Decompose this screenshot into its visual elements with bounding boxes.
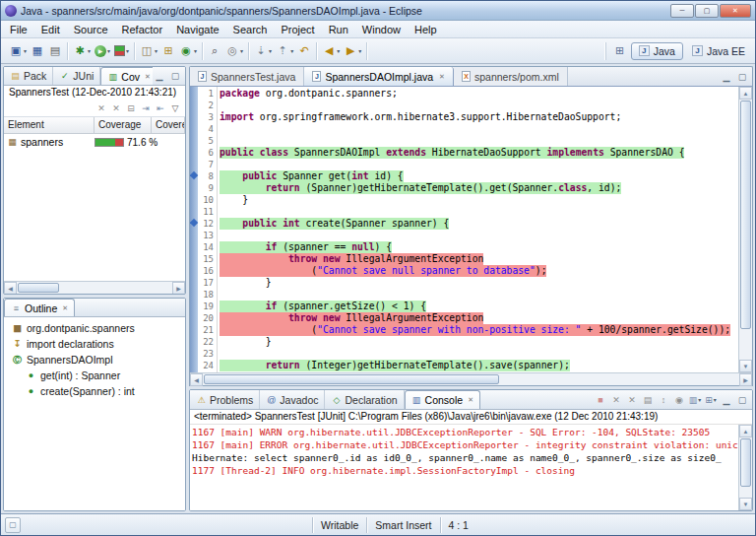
code-line[interactable] [220,289,738,301]
console-output[interactable]: 1167 [main] WARN org.hibernate.util.JDBC… [190,425,738,510]
save-icon[interactable]: ▦ [29,42,46,60]
view-menu-icon[interactable]: ▽ [168,101,182,115]
new-java-project-icon[interactable]: ◫▾ [138,42,159,60]
view-tab-problems[interactable]: ⚠Problems [190,390,260,409]
code-line[interactable]: } [220,194,738,206]
maximize-icon[interactable]: ▢ [735,70,749,84]
scroll-track[interactable] [17,282,172,294]
view-tab-outline[interactable]: ≡ Outline ✕ [4,299,75,316]
code-area[interactable]: package org.dontpanic.spanners; import o… [218,87,738,372]
remove-all-sessions-icon[interactable]: ✕ [109,101,123,115]
debug-icon[interactable]: ✱▾ [71,42,93,60]
scroll-down-icon[interactable]: ▼ [739,498,752,510]
column-header-coverage[interactable]: Coverage [94,117,152,133]
minimize-button[interactable]: ─ [670,4,694,18]
code-line[interactable]: ("Cannot save spanner with non-positive … [220,324,738,336]
code-line[interactable]: ("Cannot save null spanner to database")… [220,265,738,277]
fast-view-icon[interactable]: ▢ [5,517,21,533]
previous-annotation-icon[interactable]: ⇡▾ [274,42,295,60]
code-line[interactable]: import org.springframework.orm.hibernate… [220,111,738,123]
search-icon[interactable]: ⌕ [206,42,223,60]
code-editor[interactable]: 1234567891011121314151617181920212223242… [189,87,753,386]
scroll-up-icon[interactable]: ▲ [739,87,752,100]
view-tab-juni[interactable]: ✓JUni [53,67,100,85]
close-icon[interactable]: ✕ [62,304,68,312]
coverage-hscrollbar[interactable]: ◀ ▶ [4,281,185,294]
run-icon[interactable]: ▶▾ [93,43,112,59]
close-icon[interactable]: ✕ [145,73,151,81]
editor-hscrollbar[interactable]: ◀ ▶ [190,372,752,385]
merge-sessions-icon[interactable]: ⊟ [124,101,138,115]
scroll-lock-icon[interactable]: ↕ [657,393,670,407]
scroll-thumb[interactable] [740,100,751,329]
code-line[interactable] [220,123,738,135]
console-vscrollbar[interactable]: ▲ ▼ [738,425,752,510]
code-line[interactable] [220,206,738,218]
scroll-track[interactable] [203,373,739,385]
scroll-down-icon[interactable]: ▼ [739,360,752,372]
minimize-icon[interactable]: ▁ [720,70,733,84]
code-line[interactable]: if (spanner == null) { [220,241,738,253]
new-class-icon[interactable]: ◉▾ [177,42,199,60]
display-selected-console-icon[interactable]: ▥▾ [688,393,702,407]
coverage-launch-icon[interactable]: ▾ [112,43,131,58]
scroll-left-icon[interactable]: ◀ [4,282,17,295]
pin-console-icon[interactable]: ◉ [672,393,686,407]
minimize-icon[interactable]: ▁ [153,69,166,83]
scroll-left-icon[interactable]: ◀ [190,373,203,386]
code-line[interactable]: public class SpannersDAOImpl extends Hib… [220,147,738,159]
close-icon[interactable]: ✕ [468,396,473,404]
maximize-icon[interactable]: ▢ [168,69,182,83]
perspective-java-ee[interactable]: JJava EE [685,42,752,60]
table-row[interactable]: ▦spanners71.6 % [4,134,185,150]
scroll-thumb[interactable] [740,438,751,487]
external-tools-icon[interactable]: ◎▾ [223,42,245,60]
new-wizard-icon[interactable]: ▣▾ [7,42,29,60]
column-header-element[interactable]: Element [4,117,94,133]
minimize-icon[interactable]: ▁ [720,393,733,407]
code-line[interactable] [220,348,738,360]
terminate-icon[interactable]: ■ [594,393,607,407]
menu-edit[interactable]: Edit [34,23,67,36]
view-tab-cov[interactable]: ▥Cov✕ [100,67,153,85]
scroll-thumb[interactable] [204,374,499,384]
menu-window[interactable]: Window [355,23,408,36]
open-perspective-icon[interactable]: ⊞ [612,43,628,59]
close-button[interactable]: ✕ [720,4,751,18]
last-edit-location-icon[interactable]: ↶ [295,42,313,60]
code-line[interactable]: public int create(Spanner spanner) { [220,218,738,230]
outline-item-org-dontpanic-spanners[interactable]: ▦org.dontpanic.spanners [4,320,185,336]
scroll-up-icon[interactable]: ▲ [739,425,752,437]
open-console-icon[interactable]: ⊞▾ [704,393,718,407]
outline-item-spannersdaoimpl[interactable]: ⒸSpannersDAOImpl [4,352,185,368]
outline-item-get-int-spanner[interactable]: ●get(int) : Spanner [4,368,185,383]
titlebar[interactable]: Java - spanners/src/main/java/org/dontpa… [1,1,755,21]
code-line[interactable]: return (Integer)getHibernateTemplate().s… [220,360,738,371]
code-line[interactable]: return (Spanner)getHibernateTemplate().g… [220,182,738,194]
clear-console-icon[interactable]: ▤ [641,393,655,407]
code-line[interactable] [220,135,738,147]
scroll-track[interactable] [739,100,752,360]
code-line[interactable]: public Spanner get(int id) { [220,170,738,182]
maximize-icon[interactable]: ▢ [735,393,749,407]
menu-search[interactable]: Search [226,23,275,36]
scroll-track[interactable] [739,437,752,498]
outline-item-import-declarations[interactable]: ↧import declarations [4,336,185,352]
editor-tab-spannersdaoimpl-java[interactable]: JSpannersDAOImpl.java✕ [304,67,454,86]
scroll-thumb[interactable] [18,283,59,293]
editor-vscrollbar[interactable]: ▲ ▼ [738,87,752,372]
print-icon[interactable]: ▤ [46,42,64,60]
menu-refactor[interactable]: Refactor [115,23,170,36]
code-line[interactable] [220,100,738,111]
menu-help[interactable]: Help [408,23,444,36]
menu-file[interactable]: File [3,23,34,36]
view-tab-pack[interactable]: ▤Pack [4,67,53,85]
code-line[interactable]: throw new IllegalArgumentException [220,253,738,265]
back-icon[interactable]: ◀▾ [320,42,342,60]
perspective-java[interactable]: JJava [631,42,683,60]
code-line[interactable] [220,159,738,170]
import-session-icon[interactable]: ⇥ [139,101,153,115]
view-tab-console[interactable]: ▥Console✕ [405,390,480,409]
code-line[interactable]: } [220,336,738,348]
coverage-session-label[interactable]: SpannersTest (12-Dec-2010 21:43:21) [4,86,185,100]
